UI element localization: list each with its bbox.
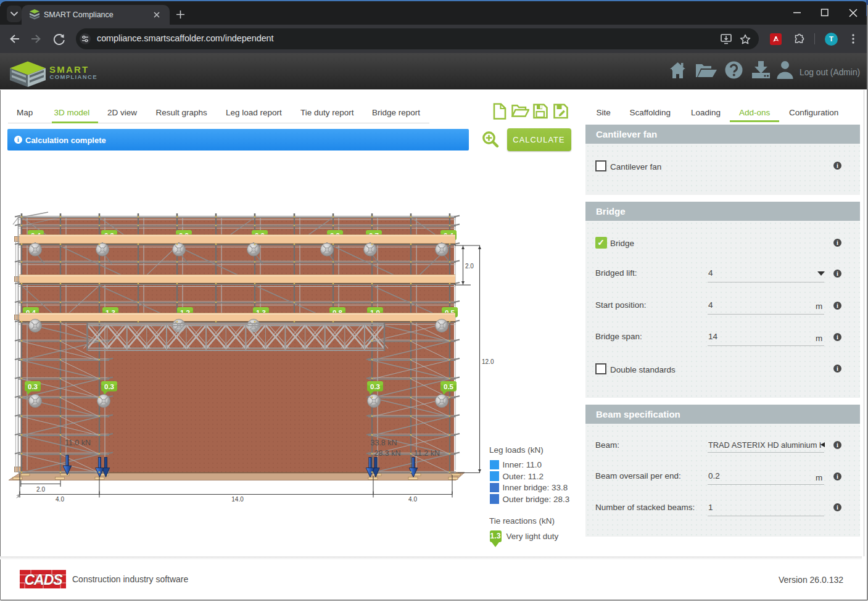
svg-text:4.0: 4.0 [408, 496, 417, 503]
svg-text:0.3: 0.3 [28, 383, 38, 390]
svg-text:11.2 kN: 11.2 kN [414, 449, 440, 458]
svg-text:2.0: 2.0 [465, 263, 474, 270]
svg-text:12.0: 12.0 [482, 358, 494, 365]
svg-text:4.0: 4.0 [56, 496, 64, 503]
svg-text:14.0: 14.0 [231, 496, 244, 503]
svg-text:33.8 kN: 33.8 kN [370, 439, 397, 447]
svg-text:11.0 kN: 11.0 kN [65, 439, 91, 447]
svg-text:0.3: 0.3 [104, 383, 114, 390]
svg-text:2.0: 2.0 [36, 486, 45, 493]
svg-text:0.5: 0.5 [444, 383, 454, 390]
svg-text:0.3: 0.3 [370, 383, 380, 390]
svg-text:CADS: CADS [24, 572, 63, 588]
svg-text:28.3 kN: 28.3 kN [374, 449, 400, 458]
